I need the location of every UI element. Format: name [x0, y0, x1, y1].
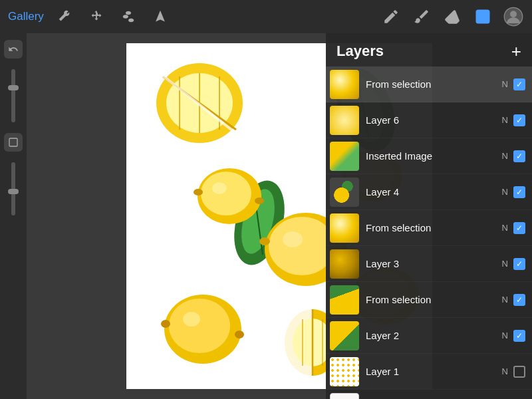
layer-name: From selection [366, 78, 502, 90]
layer-name: Layer 4 [366, 186, 502, 198]
layer-visibility-checkbox[interactable] [513, 366, 525, 378]
svg-point-35 [235, 331, 244, 338]
layer-blend-mode: N [502, 79, 508, 89]
wrench-icon[interactable] [55, 7, 74, 27]
svg-point-29 [194, 189, 203, 196]
layers-header: Layers + [326, 33, 532, 66]
layer-row[interactable]: Layer 6N [326, 102, 532, 138]
navigate-icon[interactable] [150, 7, 170, 27]
layer-thumbnail [330, 249, 359, 279]
layer-visibility-checkbox[interactable] [513, 294, 525, 306]
square-tool[interactable] [4, 133, 23, 152]
layer-blend-mode: N [502, 259, 508, 269]
layer-name: Layer 6 [366, 114, 502, 126]
layer-blend-mode: N [502, 115, 508, 125]
brush-tool-icon[interactable] [411, 6, 432, 27]
svg-rect-0 [476, 10, 490, 24]
layers-list: From selectionNLayer 6NInserted ImageNLa… [326, 66, 532, 399]
layer-thumbnail [330, 70, 359, 99]
layer-thumbnail [330, 393, 359, 400]
layer-row[interactable]: Layer 2N [326, 318, 532, 354]
svg-point-32 [169, 299, 230, 353]
layer-row[interactable]: Background color [326, 390, 532, 399]
svg-point-34 [161, 320, 170, 328]
layer-blend-mode: N [502, 331, 508, 340]
adjustments-icon[interactable] [118, 7, 138, 27]
layer-blend-mode: N [502, 187, 508, 197]
layer-visibility-checkbox[interactable] [513, 78, 525, 90]
toolbar-left-icons [55, 7, 170, 27]
layer-blend-mode: N [502, 295, 508, 305]
layer-name: Layer 2 [366, 330, 502, 341]
layer-name: Layer 3 [366, 258, 502, 269]
eraser-tool-icon[interactable] [442, 6, 463, 27]
layer-row[interactable]: Layer 4N [326, 174, 532, 210]
profile-icon[interactable] [503, 6, 524, 27]
layer-visibility-checkbox[interactable] [513, 114, 525, 126]
svg-rect-3 [9, 138, 17, 146]
layer-visibility-checkbox[interactable] [513, 186, 525, 198]
layer-row[interactable]: Layer 3N [326, 246, 532, 282]
layer-row[interactable]: From selectionN [326, 210, 532, 246]
layer-thumbnail [330, 178, 359, 207]
layer-visibility-checkbox[interactable] [513, 258, 525, 270]
layer-blend-mode: N [502, 223, 508, 233]
toolbar-right-icons [380, 6, 524, 27]
pen-tool-icon[interactable] [380, 6, 402, 27]
svg-point-28 [212, 182, 227, 194]
svg-point-2 [510, 11, 517, 17]
layer-visibility-checkbox[interactable] [513, 330, 525, 342]
svg-point-24 [259, 237, 270, 245]
layer-visibility-checkbox[interactable] [513, 150, 525, 162]
layers-panel: Layers + From selectionNLayer 6NInserted… [326, 33, 532, 399]
layer-row[interactable]: From selectionN [326, 282, 532, 318]
layer-name: From selection [366, 222, 502, 233]
layer-row[interactable]: From selectionN [326, 66, 532, 102]
layer-blend-mode: N [502, 366, 508, 376]
undo-button[interactable] [4, 40, 23, 59]
layer-thumbnail [330, 106, 359, 135]
svg-point-30 [255, 198, 264, 204]
layer-name: Layer 1 [366, 366, 502, 377]
top-toolbar: Gallery [0, 0, 532, 33]
left-sidebar [0, 33, 27, 399]
layer-row[interactable]: Layer 1N [326, 354, 532, 390]
add-layer-button[interactable]: + [511, 43, 521, 60]
layer-row[interactable]: Inserted ImageN [326, 138, 532, 174]
svg-point-27 [201, 172, 251, 215]
layers-title: Layers [336, 43, 384, 60]
gallery-button[interactable]: Gallery [8, 10, 44, 23]
layer-thumbnail [330, 142, 359, 171]
layers-active-icon[interactable] [472, 6, 493, 27]
brush-size-slider[interactable] [11, 69, 15, 122]
opacity-slider[interactable] [11, 162, 15, 215]
svg-point-23 [283, 231, 303, 247]
layer-thumbnail [330, 321, 359, 350]
layer-visibility-checkbox[interactable] [513, 222, 525, 234]
layer-thumbnail [330, 213, 359, 243]
layer-blend-mode: N [502, 151, 508, 161]
svg-point-22 [269, 217, 335, 275]
layer-thumbnail [330, 285, 359, 315]
layer-name: Inserted Image [366, 150, 502, 162]
transform-icon[interactable] [86, 7, 106, 27]
layer-thumbnail [330, 357, 359, 386]
layer-name: From selection [366, 294, 502, 305]
svg-point-33 [183, 312, 200, 327]
